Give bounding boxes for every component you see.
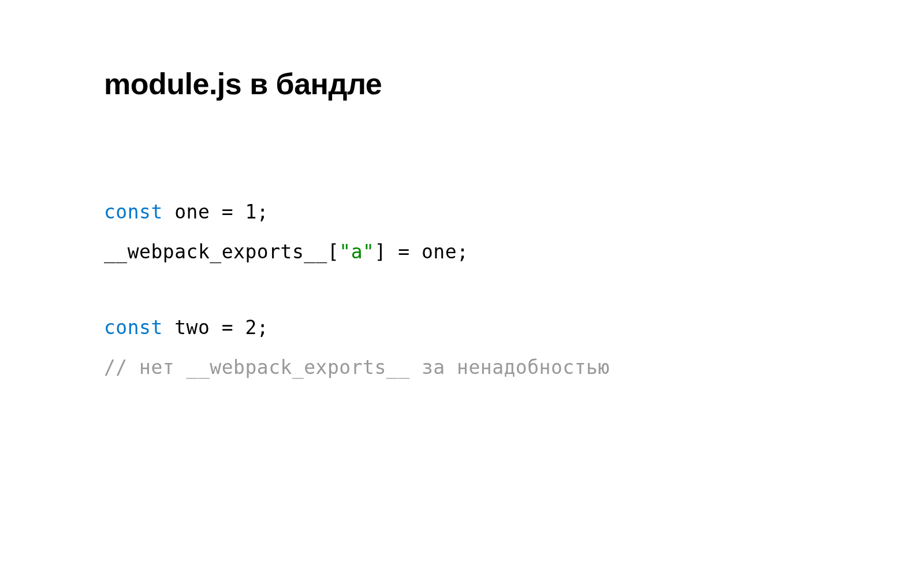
- keyword-const: const: [104, 316, 163, 339]
- code-text: one = 1;: [163, 201, 269, 223]
- code-block: const one = 1; __webpack_exports__["a"] …: [104, 202, 820, 377]
- string-literal: "a": [339, 240, 374, 263]
- code-text: two = 2;: [163, 316, 269, 339]
- code-text: __webpack_exports__[: [104, 240, 339, 263]
- comment-text: // нет __webpack_exports__ за ненадобнос…: [104, 356, 610, 379]
- code-line-1: const one = 1;: [104, 202, 820, 221]
- code-text: ] = one;: [374, 240, 468, 263]
- code-line-3: const two = 2;: [104, 318, 820, 337]
- slide-content: module.js в бандле const one = 1; __webp…: [0, 0, 924, 464]
- code-gap: [104, 282, 820, 318]
- keyword-const: const: [104, 201, 163, 223]
- code-line-4: // нет __webpack_exports__ за ненадобнос…: [104, 358, 820, 377]
- code-line-2: __webpack_exports__["a"] = one;: [104, 242, 820, 261]
- slide-title: module.js в бандле: [104, 66, 820, 101]
